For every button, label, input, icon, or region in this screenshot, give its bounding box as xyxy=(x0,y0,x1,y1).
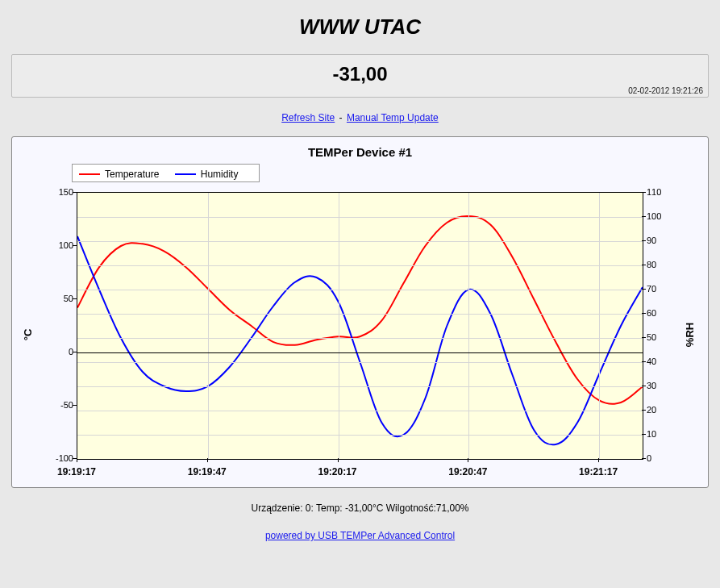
tick-mark-right xyxy=(642,192,646,193)
y-axis-left-label: °C xyxy=(22,329,34,341)
page-root: WWW UTAC -31,00 02-02-2012 19:21:26 Refr… xyxy=(0,0,720,588)
gridline-h xyxy=(77,241,643,242)
powered-by-link[interactable]: powered by USB TEMPer Advanced Control xyxy=(265,530,455,541)
link-separator: - xyxy=(339,112,345,123)
legend-label-humidity: Humidity xyxy=(201,169,239,180)
tick-mark-left xyxy=(73,352,77,352)
tick-mark-right xyxy=(642,458,646,459)
current-value-panel: -31,00 02-02-2012 19:21:26 xyxy=(11,54,709,98)
xtick: 19:19:17 xyxy=(57,466,96,477)
gridline-h xyxy=(77,386,643,387)
gridline-h xyxy=(77,290,643,290)
gridline-v xyxy=(468,193,469,459)
manual-update-link[interactable]: Manual Temp Update xyxy=(347,112,439,123)
gridline-h xyxy=(77,265,643,266)
chart-curves xyxy=(77,193,643,459)
xtick: 19:20:17 xyxy=(318,466,357,477)
gridline-h xyxy=(77,338,643,339)
legend-swatch-humidity xyxy=(175,173,196,175)
current-timestamp: 02-02-2012 19:21:26 xyxy=(628,86,703,95)
tick-mark-left xyxy=(73,298,77,299)
ytick-right: 90 xyxy=(647,236,679,245)
tick-mark-left xyxy=(73,405,77,406)
tick-mark-right xyxy=(642,216,646,217)
zero-line xyxy=(77,352,643,353)
ytick-right: 50 xyxy=(647,332,679,342)
gridline-v xyxy=(599,193,600,459)
tick-mark-right xyxy=(642,289,646,290)
ytick-right: 0 xyxy=(647,453,679,463)
tick-mark-bottom xyxy=(77,458,77,462)
ytick-left: 0 xyxy=(41,347,73,357)
refresh-link[interactable]: Refresh Site xyxy=(281,112,335,123)
ytick-left: -50 xyxy=(41,400,73,410)
xtick: 19:19:47 xyxy=(188,466,227,477)
tick-mark-right xyxy=(642,386,646,386)
y-axis-right-label: %RH xyxy=(683,323,695,347)
ytick-left: 50 xyxy=(41,294,73,303)
tick-mark-left xyxy=(73,245,77,246)
page-title: WWW UTAC xyxy=(11,15,709,40)
ytick-right: 30 xyxy=(647,381,679,390)
gridline-h xyxy=(77,435,643,436)
gridline-h xyxy=(77,411,643,411)
legend-label-temperature: Temperature xyxy=(105,169,159,180)
plot-area xyxy=(77,192,643,460)
tick-mark-bottom xyxy=(338,458,339,462)
plot-wrap: °C %RH -100-5005010015001020304050607080… xyxy=(19,186,701,484)
tick-mark-bottom xyxy=(468,458,468,462)
current-temperature: -31,00 xyxy=(19,63,701,85)
gridline-v xyxy=(208,193,209,459)
ytick-left: -100 xyxy=(41,453,73,463)
tick-mark-right xyxy=(642,240,646,241)
ytick-right: 10 xyxy=(647,429,679,439)
tick-mark-right xyxy=(642,361,646,362)
ytick-right: 60 xyxy=(647,308,679,318)
chart-legend: Temperature Humidity xyxy=(72,164,260,182)
tick-mark-right xyxy=(642,265,646,265)
tick-mark-right xyxy=(642,410,646,411)
tick-mark-left xyxy=(73,192,77,193)
ytick-right: 80 xyxy=(647,260,679,269)
series-temperature xyxy=(77,216,643,404)
ytick-right: 20 xyxy=(647,405,679,415)
gridline-h xyxy=(77,217,643,218)
series-humidity xyxy=(77,236,643,444)
legend-item-temperature: Temperature xyxy=(79,169,159,180)
chart-title: TEMPer Device #1 xyxy=(15,145,705,159)
footer: powered by USB TEMPer Advanced Control xyxy=(11,530,709,541)
tick-mark-right xyxy=(642,434,646,435)
legend-item-humidity: Humidity xyxy=(175,169,239,180)
ytick-right: 40 xyxy=(647,357,679,366)
ytick-right: 100 xyxy=(647,211,679,221)
chart-panel: TEMPer Device #1 Temperature Humidity °C… xyxy=(11,136,709,488)
tick-mark-right xyxy=(642,337,646,338)
tick-mark-bottom xyxy=(207,458,208,462)
legend-swatch-temperature xyxy=(79,173,100,175)
ytick-right: 70 xyxy=(647,284,679,294)
tick-mark-right xyxy=(642,313,646,314)
ytick-right: 110 xyxy=(647,187,679,197)
tick-mark-bottom xyxy=(598,458,599,462)
device-status-line: Urządzenie: 0: Temp: -31,00°C Wilgotność… xyxy=(11,503,709,514)
gridline-h xyxy=(77,314,643,315)
xtick: 19:20:47 xyxy=(448,466,487,477)
ytick-left: 100 xyxy=(41,240,73,250)
links-row: Refresh Site - Manual Temp Update xyxy=(11,112,709,123)
ytick-left: 150 xyxy=(41,187,73,197)
gridline-h xyxy=(77,362,643,363)
xtick: 19:21:17 xyxy=(579,466,618,477)
gridline-v xyxy=(339,193,339,459)
